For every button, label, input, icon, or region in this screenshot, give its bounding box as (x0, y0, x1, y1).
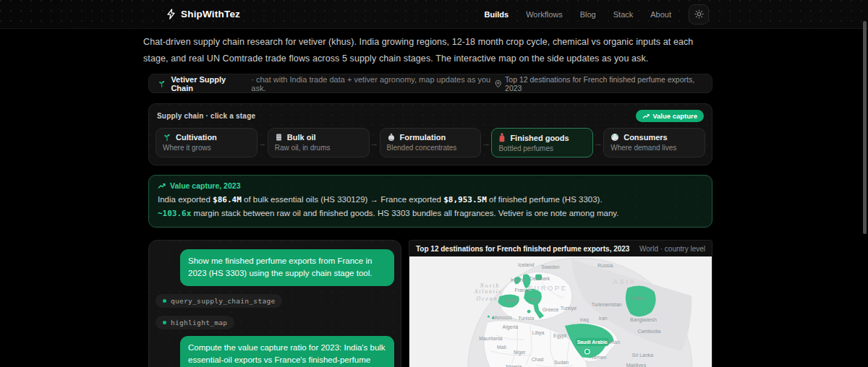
map-label: Greece (542, 307, 559, 312)
map-label: Morocco (493, 315, 512, 320)
stage-card-consumers[interactable]: Consumers Where demand lives (603, 128, 705, 157)
island-canary (488, 316, 490, 318)
chat-messages: Show me finished perfume exports from Fr… (156, 249, 394, 367)
tool-status-dot (163, 321, 166, 324)
map-label: EUROPE (528, 284, 568, 292)
value-capture-line-2: ~103.6x margin stack between raw oil and… (158, 207, 703, 220)
stage-card-title: Consumers (624, 133, 668, 142)
stage-card-title: Cultivation (176, 133, 217, 142)
map-label: Libya (532, 330, 545, 336)
trending-up-icon (642, 113, 650, 119)
project-info-bar: Vetiver Supply Chain · chat with India t… (148, 74, 712, 93)
theme-toggle-button[interactable] (689, 4, 709, 25)
map-label: Egypt (553, 333, 566, 339)
map-label: Italy (529, 298, 539, 303)
france-export-value: $8,953.5M (443, 195, 487, 204)
map-label: Spain (505, 298, 518, 304)
map-label: Ireland (511, 277, 526, 282)
map-label: Bangladesh (630, 317, 657, 323)
stage-arrow-icon: → (258, 128, 268, 157)
map-label: North (480, 282, 500, 289)
world-map-canvas[interactable]: IcelandSwedenRussiaIrelandDenmarkFranceE… (409, 256, 712, 367)
map-label: Yemen (591, 355, 607, 360)
sun-icon (694, 9, 704, 19)
nav-item-blog[interactable]: Blog (580, 10, 596, 19)
stage-card-bulk-oil[interactable]: Bulk oil Raw oil, in drums (268, 128, 370, 157)
stage-card-subtitle: Where it grows (163, 144, 250, 152)
value-capture-badge[interactable]: Value capture (636, 110, 704, 122)
map-label: Mauritania (479, 336, 503, 341)
map-label: Sri Lanka (632, 353, 654, 358)
globe-icon (610, 133, 619, 142)
chat-panel: Show me finished perfume exports from Fr… (148, 240, 401, 367)
tool-status-dot (163, 299, 166, 303)
intro-text: Chat-driven supply chain research for ve… (143, 34, 714, 67)
nav-item-workflows[interactable]: Workflows (526, 10, 563, 19)
stage-card-subtitle: Bottled perfumes (498, 144, 586, 152)
stage-card-subtitle: Where demand lives (610, 144, 698, 152)
project-title: Vetiver Supply Chain (171, 75, 246, 92)
stage-arrow-icon: → (370, 128, 380, 157)
sprout-icon (163, 133, 171, 142)
stage-card-subtitle: Blended concentrates (387, 144, 475, 152)
stage-card-finished-goods[interactable]: Finished goods Bottled perfumes (491, 128, 593, 157)
map-label: China (631, 296, 644, 301)
stage-arrow-icon: → (593, 128, 603, 157)
map-label: Iceland (518, 262, 535, 267)
tool-call-chip: highlight_map (156, 316, 234, 329)
map-pin-icon (495, 79, 502, 88)
map-label: Turkmenistan (592, 302, 622, 307)
tool-name-label: query_supply_chain_stage (171, 297, 275, 305)
map-label: Ocean (477, 296, 498, 303)
map-label: Tunisia (518, 316, 534, 321)
page-scrollbar (863, 0, 867, 367)
map-label: Cambodia (638, 329, 661, 334)
plant-icon (158, 79, 166, 88)
stage-card-title: Finished goods (510, 134, 569, 142)
nav-item-about[interactable]: About (650, 10, 671, 19)
map-status-text: Top 12 destinations for French finished … (505, 75, 703, 92)
nav-item-stack[interactable]: Stack (613, 10, 634, 19)
user-message-bubble: Show me finished perfume exports from Fr… (180, 249, 394, 286)
island-sardinia (527, 310, 531, 314)
flask-icon (387, 133, 396, 142)
brand-label: ShipWithTez (181, 9, 240, 20)
tool-name-label: highlight_map (171, 319, 227, 327)
margin-multiple-value: ~103.6x (158, 209, 191, 218)
bolt-icon (166, 9, 176, 20)
scrollbar-thumb[interactable] (863, 21, 867, 234)
user-message-bubble: Compute the value capture ratio for 2023… (180, 336, 394, 367)
trending-up-icon (158, 183, 166, 189)
map-label: Maldives (626, 363, 647, 367)
brand[interactable]: ShipWithTez (166, 9, 240, 20)
oil-drum-icon (275, 133, 283, 142)
map-label: Sweden (541, 264, 559, 269)
map-zoom-level-label: World · country level (639, 245, 705, 253)
value-capture-heading: Value capture, 2023 (170, 181, 240, 190)
map-label: Oman (606, 340, 620, 345)
value-capture-badge-label: Value capture (652, 112, 697, 120)
india-export-value: $86.4M (213, 195, 242, 204)
map-label: Iran (599, 316, 608, 321)
map-label: Saudi Arabia (577, 340, 608, 345)
value-capture-line-1: India exported $86.4M of bulk essential … (158, 194, 703, 206)
map-label: Niger (514, 350, 526, 355)
supply-chain-panel: Supply chain · click a stage Value captu… (148, 103, 712, 165)
stage-card-title: Formulation (400, 133, 446, 142)
map-label: ASIA (613, 277, 636, 285)
project-subtitle: · chat with India trade data + vetiver a… (251, 75, 494, 92)
stage-card-formulation[interactable]: Formulation Blended concentrates (380, 128, 482, 157)
stage-arrow-icon: → (481, 128, 491, 157)
nav-item-builds[interactable]: Builds (485, 10, 509, 19)
map-title: Top 12 destinations for French finished … (416, 245, 629, 253)
stage-card-title: Bulk oil (287, 133, 316, 142)
stage-card-cultivation[interactable]: Cultivation Where it grows (156, 128, 258, 157)
map-label: Turkiye (561, 306, 577, 311)
perfume-bottle-icon (498, 133, 506, 142)
map-label: Denmark (529, 276, 550, 281)
map-label: Mali (497, 345, 506, 350)
map-label: Iraq (580, 317, 589, 323)
tool-call-chip: query_supply_chain_stage (156, 294, 282, 308)
map-panel: Top 12 destinations for French finished … (409, 240, 712, 367)
value-capture-callout: Value capture, 2023 India exported $86.4… (148, 175, 712, 228)
